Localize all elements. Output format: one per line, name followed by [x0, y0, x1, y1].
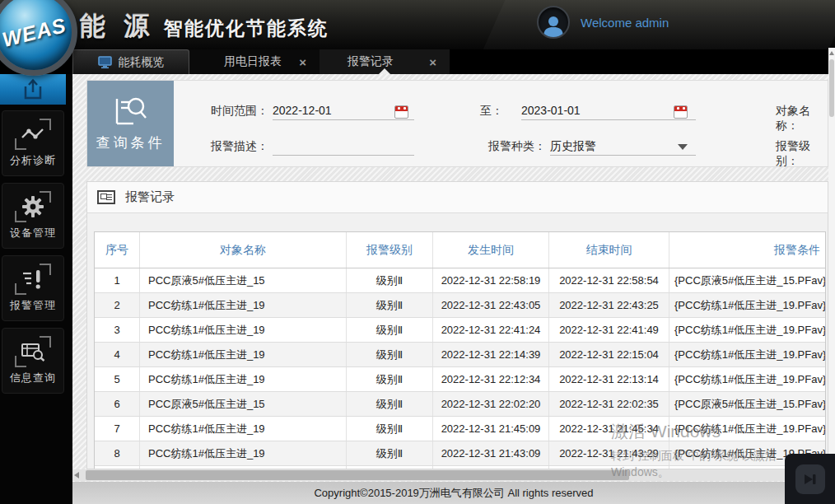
alarm-type-value[interactable]: 历史报警 — [550, 139, 596, 154]
table-row[interactable]: 4 PCC纺练1#低压主进_19 级别Ⅱ 2022-12-31 22:14:39… — [95, 343, 825, 367]
time-range-label: 时间范围： — [211, 104, 268, 119]
horizontal-scrollbar[interactable] — [72, 469, 828, 481]
table-row[interactable]: 7 PCC纺练1#低压主进_19 级别Ⅱ 2022-12-31 21:45:09… — [95, 417, 825, 441]
main-content: 查询条件 时间范围： 2022-12-01 至： 2023-01-01 对象名称… — [72, 74, 828, 482]
table-row[interactable]: 3 PCC纺练1#低压主进_19 级别Ⅱ 2022-12-31 22:41:24… — [95, 318, 825, 343]
column-header-index: 序号 — [95, 232, 140, 268]
table-body: 1 PCC原液5#低压主进_15 级别Ⅱ 2022-12-31 22:58:19… — [95, 268, 825, 469]
alarm-records-panel: 报警记录 序号 对象名称 报警级别 发生时间 结束时间 报警条件 1 PCC原液… — [86, 181, 828, 469]
tab-energy-overview[interactable]: 能耗概览 — [72, 49, 189, 74]
welcome-text: Welcome admin — [581, 16, 669, 30]
analysis-chart-icon — [15, 119, 51, 150]
column-header-alarm-level: 报警级别 — [347, 232, 433, 268]
table-row[interactable]: 5 PCC纺练1#低压主进_19 级别Ⅱ 2022-12-31 22:12:34… — [95, 367, 825, 392]
records-section-title: 报警记录 — [125, 189, 175, 205]
user-avatar-icon[interactable] — [537, 6, 570, 39]
tab-bar: 能耗概览 用电日报表 × 报警记录 × — [0, 49, 835, 74]
column-header-start-time: 发生时间 — [433, 232, 549, 268]
alarm-type-label: 报警种类： — [488, 139, 546, 154]
copyright-text: Copyright©2015-2019万洲电气有限公司 All rights r… — [314, 486, 593, 501]
to-label: 至： — [480, 104, 503, 119]
close-icon[interactable]: × — [299, 55, 306, 69]
sidebar-item-info-query[interactable]: 信息查询 — [2, 328, 64, 394]
app-title-text: 智能优化节能系统 — [164, 16, 329, 41]
user-area[interactable]: Welcome admin — [537, 6, 669, 39]
sidebar-item-analysis[interactable]: 分析诊断 — [2, 110, 64, 176]
logo-text: WEAS — [0, 12, 68, 51]
export-icon — [21, 78, 44, 100]
info-search-icon — [15, 336, 51, 367]
close-icon[interactable]: × — [429, 55, 436, 69]
person-icon — [543, 14, 564, 37]
calendar-icon[interactable] — [394, 105, 408, 119]
table-header-row: 序号 对象名称 报警级别 发生时间 结束时间 报警条件 — [95, 232, 825, 268]
column-header-object-name: 对象名称 — [140, 232, 347, 268]
tab-label: 能耗概览 — [119, 55, 165, 70]
sidebar-item-home[interactable] — [0, 72, 66, 105]
to-date-input-underline — [521, 119, 696, 120]
app-brand-text: 能 源 — [80, 9, 156, 44]
vertical-scrollbar[interactable] — [828, 48, 835, 482]
table-row[interactable]: 1 PCC原液5#低压主进_15 级别Ⅱ 2022-12-31 22:58:19… — [95, 268, 825, 293]
sidebar: 分析诊断 设备管理 — [0, 74, 72, 504]
query-conditions-panel: 查询条件 时间范围： 2022-12-01 至： 2023-01-01 对象名称… — [86, 80, 828, 167]
gear-icon — [15, 191, 51, 222]
sidebar-item-label: 信息查询 — [10, 371, 56, 385]
sidebar-item-alarms[interactable]: 报警管理 — [2, 255, 64, 321]
sidebar-item-label: 报警管理 — [10, 298, 56, 313]
media-overlay — [785, 454, 835, 504]
tab-label: 用电日报表 — [224, 54, 282, 69]
alarm-list-icon — [15, 264, 51, 295]
records-list-icon — [97, 190, 115, 204]
horizontal-scrollbar-thumb[interactable] — [86, 470, 629, 480]
time-range-input-underline — [273, 119, 414, 120]
skip-forward-icon — [803, 473, 818, 486]
alarm-records-header: 报警记录 — [87, 182, 828, 213]
alarm-records-table: 序号 对象名称 报警级别 发生时间 结束时间 报警条件 1 PCC原液5#低压主… — [94, 231, 826, 469]
table-row[interactable]: 8 PCC纺练1#低压主进_19 级别Ⅱ 2022-12-31 21:43:09… — [95, 441, 825, 466]
tab-alarm-records[interactable]: 报警记录 × — [320, 49, 450, 74]
calendar-icon[interactable] — [674, 105, 688, 119]
query-conditions-header: 查询条件 — [87, 81, 174, 166]
skip-forward-button[interactable] — [795, 464, 825, 494]
sidebar-item-label: 分析诊断 — [10, 153, 56, 168]
page-title: 能 源 智能优化节能系统 — [80, 9, 329, 44]
scroll-left-arrow-icon[interactable] — [74, 472, 79, 478]
column-header-condition: 报警条件 — [669, 232, 825, 268]
object-name-label: 对象名称： — [776, 104, 828, 133]
query-panel-title: 查询条件 — [96, 133, 166, 152]
sidebar-item-devices[interactable]: 设备管理 — [2, 183, 64, 249]
chevron-down-icon[interactable] — [678, 144, 688, 150]
time-range-value[interactable]: 2022-12-01 — [273, 104, 332, 117]
alarm-level-label: 报警级别： — [776, 139, 828, 169]
query-search-icon — [114, 96, 148, 127]
monitor-icon — [98, 56, 112, 68]
tab-label: 报警记录 — [348, 54, 394, 69]
table-row[interactable]: 6 PCC原液5#低压主进_15 级别Ⅱ 2022-12-31 22:02:20… — [95, 392, 825, 417]
alarm-desc-label: 报警描述： — [211, 139, 268, 154]
table-row[interactable]: 2 PCC纺练1#低压主进_19 级别Ⅱ 2022-12-31 22:43:05… — [95, 293, 825, 318]
column-header-end-time: 结束时间 — [549, 232, 669, 268]
vertical-scrollbar-thumb[interactable] — [829, 59, 834, 117]
alarm-desc-input[interactable] — [273, 155, 414, 156]
alarm-type-underline — [550, 155, 696, 156]
footer-bar: Copyright©2015-2019万洲电气有限公司 All rights r… — [72, 482, 835, 504]
tab-daily-power-report[interactable]: 用电日报表 × — [189, 49, 320, 74]
to-date-value[interactable]: 2023-01-01 — [521, 104, 581, 117]
sidebar-item-label: 设备管理 — [10, 226, 56, 240]
scroll-up-arrow-icon[interactable] — [829, 51, 834, 55]
